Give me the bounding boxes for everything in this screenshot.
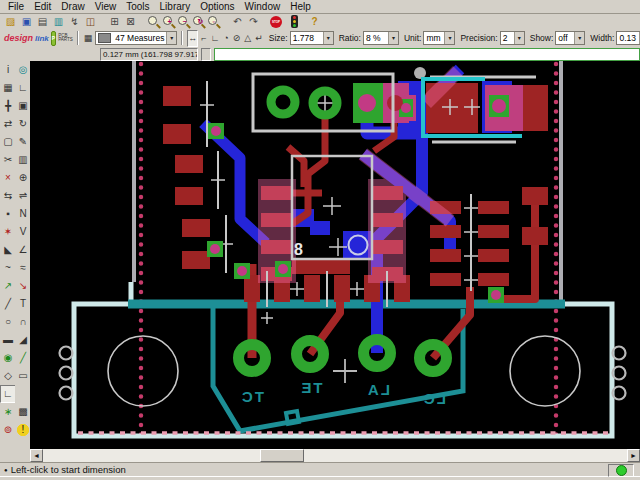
info-tool[interactable]: i — [0, 61, 16, 79]
rect-tool[interactable]: ▬ — [0, 331, 16, 349]
help-icon[interactable]: ? — [307, 15, 322, 28]
tool-options-toolbar: designlink P PCBPARTS ▦ 47 Measures ▾ ↔ … — [0, 29, 640, 47]
value-tool[interactable]: V — [15, 223, 31, 241]
show-select[interactable]: off▾ — [555, 31, 585, 45]
name-tool[interactable]: N — [15, 205, 31, 223]
change-tool[interactable]: ✎ — [15, 133, 31, 151]
status-bar: ● Left-click to start dimension — [0, 462, 640, 476]
print-icon[interactable]: ▤ — [35, 15, 50, 28]
miter-tool[interactable]: ◣ — [0, 241, 16, 259]
dim-angle-button[interactable]: △ — [243, 30, 252, 47]
redo-icon[interactable]: ↷ — [246, 15, 261, 28]
delete-tool[interactable]: × — [0, 169, 16, 187]
dim-diameter-button[interactable]: ⊘ — [232, 30, 242, 47]
scroll-track[interactable] — [43, 449, 627, 462]
menu-file[interactable]: File — [3, 1, 29, 12]
dim-horizontal-button[interactable]: ⌐ — [200, 30, 207, 47]
polygon-tool[interactable]: ◢ — [15, 331, 31, 349]
menu-view[interactable]: View — [90, 1, 122, 12]
zoom-out-icon[interactable]: − — [177, 15, 191, 28]
board-labels: TC TE LA LC — [240, 379, 446, 407]
split-tool[interactable]: ∠ — [15, 241, 31, 259]
library-icon[interactable]: ◫ — [83, 15, 98, 28]
horizontal-scrollbar[interactable]: ◄ ► — [0, 449, 640, 462]
schematic-window-icon[interactable]: ⊠ — [123, 15, 138, 28]
size-select[interactable]: 1.778▾ — [290, 31, 334, 45]
menu-help[interactable]: Help — [285, 1, 316, 12]
smash-tool[interactable]: ✶ — [0, 223, 16, 241]
auto-router-tool[interactable]: ▩ — [15, 403, 31, 421]
copy-tool[interactable]: ▣ — [15, 97, 31, 115]
open-icon[interactable]: ▨ — [3, 15, 18, 28]
layer-swatch — [98, 33, 111, 43]
lock-tool[interactable]: ▪ — [0, 205, 16, 223]
undo-icon[interactable]: ↶ — [230, 15, 245, 28]
dim-parallel-button[interactable]: ↔ — [187, 30, 198, 47]
traffic-light-icon[interactable] — [291, 15, 298, 28]
menu-tools[interactable]: Tools — [121, 1, 154, 12]
dim-radius-button[interactable]: ◔ — [222, 30, 229, 47]
status-message: Left-click to start dimension — [11, 464, 126, 475]
command-input[interactable] — [214, 48, 640, 61]
dimension-tool[interactable]: ∟ — [0, 385, 16, 403]
hole-tool[interactable]: ◇ — [0, 367, 16, 385]
ratsnest-tool[interactable]: ∗ — [0, 403, 16, 421]
display-layers-tool[interactable]: ▦ — [0, 79, 16, 97]
pcb-canvas[interactable]: TC TE LA LC 8 — [30, 61, 640, 449]
pcb-parts-logo: P — [51, 31, 56, 46]
run-script-icon[interactable]: ↯ — [67, 15, 82, 28]
menu-library[interactable]: Library — [155, 1, 196, 12]
chevron-down-icon[interactable]: ▾ — [166, 32, 176, 44]
zoom-in-icon[interactable]: + — [162, 15, 176, 28]
width-select[interactable]: 0.13▾ — [616, 31, 640, 45]
scroll-left-button[interactable]: ◄ — [30, 449, 43, 462]
zoom-fit-icon[interactable] — [147, 15, 161, 28]
dim-vertical-button[interactable]: ∟ — [210, 30, 221, 47]
mark-tool[interactable]: ∟ — [15, 79, 31, 97]
precision-select[interactable]: 2▾ — [500, 31, 525, 45]
save-icon[interactable]: ▣ — [19, 15, 34, 28]
text-tool[interactable]: T — [15, 295, 31, 313]
optimize-tool[interactable]: ~ — [0, 259, 16, 277]
layer-select[interactable]: 47 Measures ▾ — [95, 31, 177, 45]
add-tool[interactable]: ⊕ — [15, 169, 31, 187]
paste-tool[interactable]: ▥ — [15, 151, 31, 169]
mirror-tool[interactable]: ⇄ — [0, 115, 16, 133]
zoom-redraw-icon[interactable]: ↻ — [192, 15, 206, 28]
unit-label: Unit: — [404, 33, 421, 43]
stop-icon[interactable]: STOP — [270, 16, 282, 28]
drc-tool[interactable]: ⊚ — [0, 421, 16, 439]
scroll-thumb[interactable] — [260, 449, 304, 462]
errors-tool[interactable]: ! — [15, 421, 31, 439]
arc-tool[interactable]: ∩ — [15, 313, 31, 331]
show-label: Show: — [530, 33, 554, 43]
rotate-tool[interactable]: ↻ — [15, 115, 31, 133]
scroll-right-button[interactable]: ► — [627, 449, 640, 462]
dim-leader-button[interactable]: ↵ — [254, 30, 264, 47]
zoom-select-icon[interactable]: ▫ — [207, 15, 221, 28]
replace-tool[interactable]: ⇌ — [15, 187, 31, 205]
connection-indicator — [608, 464, 634, 477]
via-tool[interactable]: ◉ — [0, 349, 16, 367]
route-tool[interactable]: ↗ — [0, 277, 16, 295]
ripup-tool[interactable]: ↘ — [15, 277, 31, 295]
circle-tool[interactable]: ○ — [0, 313, 16, 331]
menu-edit[interactable]: Edit — [29, 1, 56, 12]
group-tool[interactable]: ▢ — [0, 133, 16, 151]
pad-tool[interactable]: ▭ — [15, 367, 31, 385]
wire-tool[interactable]: ╱ — [0, 295, 16, 313]
cam-processor-icon[interactable]: ▥ — [51, 15, 66, 28]
board-window-icon[interactable]: ⊞ — [107, 15, 122, 28]
meander-tool[interactable]: ≈ — [15, 259, 31, 277]
signal-tool[interactable]: ╱ — [15, 349, 31, 367]
menu-window[interactable]: Window — [240, 1, 286, 12]
cut-tool[interactable]: ✂ — [0, 151, 16, 169]
show-tool[interactable]: ◎ — [15, 61, 31, 79]
ratio-select[interactable]: 8 %▾ — [363, 31, 399, 45]
move-tool[interactable]: ╋ — [0, 97, 16, 115]
menu-draw[interactable]: Draw — [56, 1, 89, 12]
menu-options[interactable]: Options — [195, 1, 239, 12]
grid-icon[interactable]: ▦ — [83, 30, 94, 47]
unit-select[interactable]: mm▾ — [423, 31, 455, 45]
pinswap-tool[interactable]: ⇆ — [0, 187, 16, 205]
